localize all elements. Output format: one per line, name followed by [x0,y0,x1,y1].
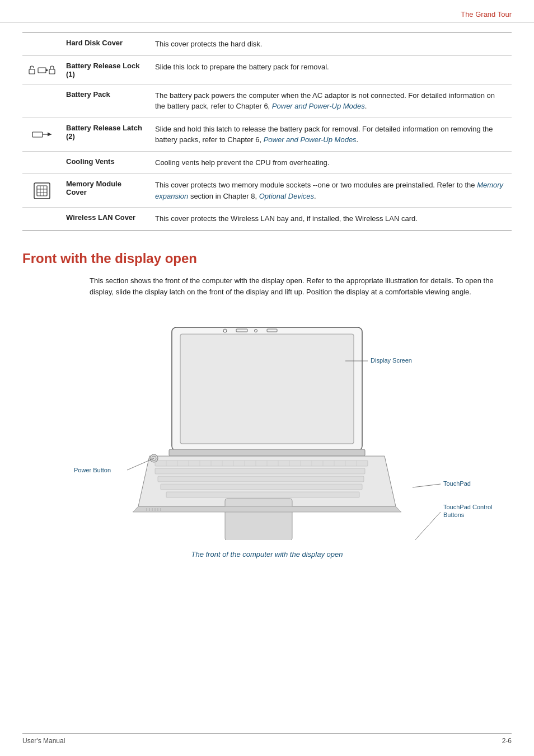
svg-rect-42 [225,499,292,540]
laptop-svg: Display Screen Power Button TouchPad Tou… [22,311,512,540]
label-battery-pack: Battery Pack [62,84,148,118]
table-row: Battery Pack The battery pack powers the… [22,84,512,118]
link-optional-devices[interactable]: Optional Devices [259,192,314,200]
svg-rect-3 [49,69,55,74]
svg-rect-1 [38,68,46,73]
svg-line-59 [413,512,441,540]
svg-rect-19 [155,461,368,466]
svg-rect-4 [32,132,43,137]
desc-battery-release-latch: Slide and hold this latch to release the… [148,118,512,151]
table-row: Battery Release Latch (2) Slide and hold… [22,118,512,151]
svg-text:TouchPad: TouchPad [443,480,471,487]
icon-memory-cell [22,174,62,208]
svg-text:Buttons: Buttons [443,511,465,518]
label-battery-release-lock: Battery Release Lock (1) [62,55,148,84]
icon-cell-empty2 [22,151,62,174]
icon-cell-empty3 [22,208,62,231]
svg-text:Power Button: Power Button [74,467,111,473]
svg-rect-0 [29,69,35,74]
icon-cell-empty [22,84,62,118]
svg-rect-22 [161,484,362,490]
label-memory-module: Memory Module Cover [62,174,148,208]
svg-rect-14 [169,449,365,456]
table-row: Memory Module Cover This cover protects … [22,174,512,208]
table-row: Cooling Vents Cooling vents help prevent… [22,151,512,174]
label-battery-release-latch: Battery Release Latch (2) [62,118,148,151]
section-body: This section shows the front of the comp… [22,275,512,299]
desc-battery-release-lock: Slide this lock to prepare the battery p… [148,55,512,84]
footer-right: 2-6 [502,737,512,745]
header-title: The Grand Tour [461,10,512,18]
svg-text:Display Screen: Display Screen [371,357,412,364]
table-row: Hard Disk Cover This cover protects the … [22,33,512,56]
svg-rect-20 [155,468,365,474]
svg-rect-2 [46,69,48,71]
link-power-modes-1[interactable]: Power and Power-Up Modes [272,102,365,110]
table-row: Battery Release Lock (1) Slide this lock… [22,55,512,84]
link-power-modes-2[interactable]: Power and Power-Up Modes [264,135,357,144]
svg-rect-13 [180,334,354,444]
footer-left: User's Manual [22,737,65,745]
desc-memory-module: This cover protects two memory module so… [148,174,512,208]
page-header: The Grand Tour [0,0,534,22]
svg-rect-21 [158,476,364,482]
svg-rect-7 [37,186,47,196]
laptop-illustration: Display Screen Power Button TouchPad Tou… [22,311,512,546]
icon-battery-lock-cell [22,55,62,84]
label-wireless-lan: Wireless LAN Cover [62,208,148,231]
memory-module-icon [25,182,59,200]
figure-caption: The front of the computer with the displ… [22,550,512,558]
latch-icon [25,129,59,139]
svg-text:TouchPad Control: TouchPad Control [443,504,492,510]
section-heading: Front with the display open [22,251,512,266]
table-row: Wireless LAN Cover This cover protects t… [22,208,512,231]
page-footer: User's Manual 2-6 [22,733,512,745]
icon-latch-cell [22,118,62,151]
svg-rect-6 [34,183,50,199]
main-content: Hard Disk Cover This cover protects the … [0,32,534,558]
svg-line-57 [413,484,441,487]
desc-cooling-vents: Cooling vents help prevent the CPU from … [148,151,512,174]
desc-wireless-lan: This cover protects the Wireless LAN bay… [148,208,512,231]
label-cooling-vents: Cooling Vents [62,151,148,174]
desc-battery-pack: The battery pack powers the computer whe… [148,84,512,118]
link-memory-expansion[interactable]: Memory expansion [155,181,503,200]
desc-hard-disk-cover: This cover protects the hard disk. [148,33,512,56]
battery-lock-icon [25,64,59,76]
info-table: Hard Disk Cover This cover protects the … [22,32,512,231]
svg-rect-23 [166,492,359,497]
icon-cell [22,33,62,56]
label-hard-disk-cover: Hard Disk Cover [62,33,148,56]
